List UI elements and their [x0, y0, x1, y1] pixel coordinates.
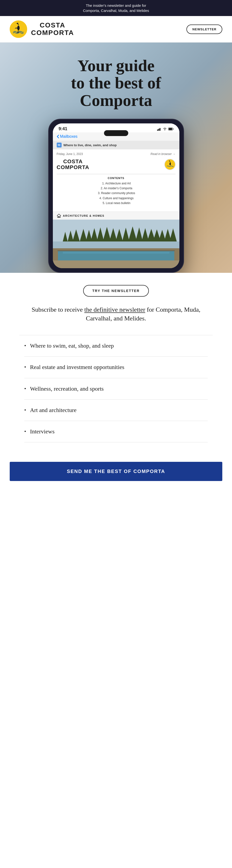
email-date-row: Friday, June 1, 2023 Read in browser →: [57, 152, 176, 156]
subscribe-text-underlined: the definitive newsletter: [84, 306, 145, 313]
phone-status-bar: 9:41: [53, 123, 180, 132]
svg-rect-3: [158, 129, 159, 131]
svg-rect-36: [53, 260, 180, 268]
email-subject: Where to live, dine, swim, and shop: [64, 143, 117, 147]
arch-section-header: ARCHITECTURE & HOMES: [53, 212, 180, 220]
top-banner: The insider's newsletter and guide for C…: [0, 0, 232, 16]
phone-mockup: 9:41: [48, 119, 184, 273]
hero-title: Your guide to the best of Comporta: [10, 57, 222, 109]
email-brand-logo: [164, 159, 176, 170]
svg-point-1: [17, 23, 18, 24]
wifi-icon: [163, 127, 167, 130]
feature-text-art: Art and architecture: [30, 406, 77, 414]
feature-text-swim: Where to swim, eat, shop, and sleep: [30, 342, 114, 349]
try-newsletter-button[interactable]: TRY THE NEWSLETTER: [83, 285, 149, 297]
back-chevron-icon: [57, 134, 59, 138]
cta-button[interactable]: SEND ME THE BEST OF COMPORTA: [10, 462, 222, 481]
subscribe-text: Subscribe to receive the definitive news…: [20, 305, 212, 323]
brand-name: COSTA COMPORTA: [31, 22, 74, 37]
scene-trees-svg: [53, 220, 180, 268]
logo-container: COSTA COMPORTA: [10, 21, 74, 38]
feature-bullet-2: •: [24, 364, 26, 370]
subscribe-text-part1: Subscribe to receive: [32, 306, 84, 313]
logo-circle: [10, 21, 27, 38]
feature-bullet-4: •: [24, 407, 26, 413]
phone-icons: [157, 127, 173, 131]
feature-item-realestate: • Real estate and investment opportuniti…: [24, 356, 208, 378]
email-logo-bird-icon: [165, 160, 174, 169]
feature-bullet-5: •: [24, 428, 26, 435]
contents-item-5: 5. Local news bulletin: [58, 201, 176, 206]
feature-item-wellness: • Wellness, recreation, and sports: [24, 378, 208, 400]
email-brand-name: COSTA COMPORTA: [57, 159, 89, 170]
features-list: • Where to swim, eat, shop, and sleep • …: [20, 335, 212, 442]
email-read-browser: Read in browser →: [151, 152, 176, 156]
feature-bullet-3: •: [24, 385, 26, 392]
email-brand-row: COSTA COMPORTA: [57, 159, 176, 170]
feature-text-wellness: Wellness, recreation, and sports: [30, 385, 104, 393]
email-date: Friday, June 1, 2023: [57, 152, 83, 156]
contents-section: CONTENTS 1. Architecture and Art 2. An i…: [57, 174, 176, 206]
banner-text: The insider's newsletter and guide for C…: [83, 3, 149, 12]
contents-item-1: 1. Architecture and Art: [58, 181, 176, 186]
svg-rect-34: [57, 250, 175, 251]
main-content: TRY THE NEWSLETTER Subscribe to receive …: [0, 273, 232, 455]
cta-section: SEND ME THE BEST OF COMPORTA: [0, 455, 232, 493]
email-app-icon: M: [57, 143, 62, 148]
contents-item-2: 2. An insider's Comporta: [58, 186, 176, 191]
signal-icon: [157, 127, 161, 131]
phone-notch: [104, 130, 128, 136]
contents-list: 1. Architecture and Art 2. An insider's …: [57, 181, 176, 206]
phone-wrapper: 9:41: [10, 119, 222, 273]
email-content: Friday, June 1, 2023 Read in browser → C…: [53, 149, 180, 211]
svg-point-9: [169, 161, 170, 161]
contents-label: CONTENTS: [57, 177, 176, 180]
feature-item-art: • Art and architecture: [24, 400, 208, 421]
svg-rect-12: [53, 242, 180, 249]
phone-nav-back: Mailboxes: [57, 134, 78, 139]
header: COSTA COMPORTA NEWSLETTER: [0, 16, 232, 42]
svg-rect-2: [157, 129, 158, 131]
svg-rect-4: [159, 128, 160, 131]
svg-rect-35: [63, 252, 169, 254]
feature-text-interviews: Interviews: [30, 428, 54, 435]
contents-item-4: 4. Culture and happenings: [58, 196, 176, 201]
svg-rect-6: [169, 128, 172, 130]
arch-image: [53, 220, 180, 268]
arch-label: ARCHITECTURE & HOMES: [63, 214, 105, 217]
feature-text-realestate: Real estate and investment opportunities: [30, 364, 124, 371]
hero-section: Your guide to the best of Comporta 9:41: [0, 42, 232, 273]
svg-rect-10: [58, 216, 60, 217]
feature-item-interviews: • Interviews: [24, 421, 208, 442]
phone-screen: 9:41: [53, 123, 180, 268]
contents-item-3: 3. Reader community photos: [58, 191, 176, 195]
svg-rect-7: [173, 128, 173, 129]
feature-item-swim: • Where to swim, eat, shop, and sleep: [24, 335, 208, 356]
phone-time: 9:41: [59, 126, 67, 131]
battery-icon: [168, 128, 173, 130]
email-header-bar: M Where to live, dine, swim, and shop: [53, 141, 180, 149]
newsletter-button[interactable]: NEWSLETTER: [186, 25, 222, 34]
back-label: Mailboxes: [60, 134, 78, 139]
logo-bird-icon: [12, 22, 25, 36]
house-icon: [57, 214, 61, 218]
feature-bullet-1: •: [24, 343, 26, 349]
